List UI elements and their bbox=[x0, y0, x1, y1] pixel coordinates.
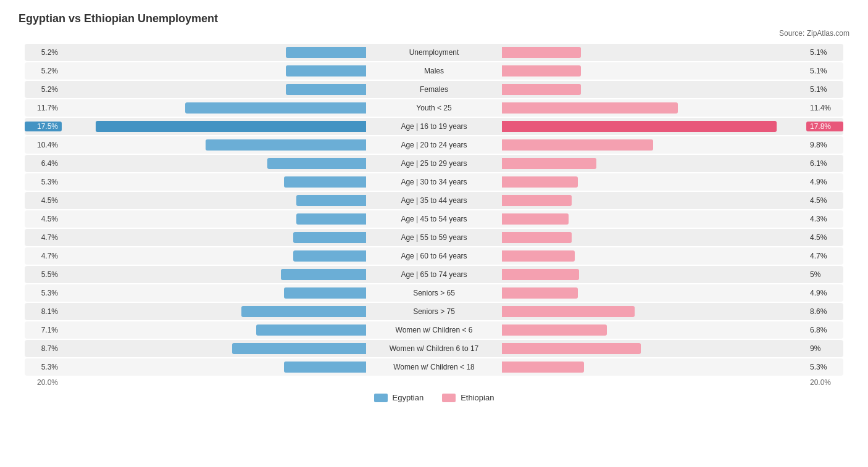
right-bar-container bbox=[502, 65, 806, 77]
legend-item-ethiopian: Ethiopian bbox=[442, 393, 494, 402]
bar-row: 10.4% Age | 20 to 24 years 9.8% bbox=[25, 136, 843, 154]
left-bar-container bbox=[62, 361, 366, 373]
left-bar-container bbox=[62, 324, 366, 336]
left-value: 4.5% bbox=[25, 215, 62, 223]
right-value: 11.4% bbox=[806, 104, 843, 112]
left-bar bbox=[286, 84, 366, 95]
legend-box-ethiopian bbox=[442, 394, 456, 402]
right-value: 5.1% bbox=[806, 67, 843, 75]
left-bar-container bbox=[62, 157, 366, 170]
left-bar bbox=[293, 250, 366, 262]
right-bar bbox=[502, 269, 579, 280]
axis-left-label: 20.0% bbox=[25, 378, 62, 387]
right-bar bbox=[502, 139, 653, 151]
left-bar-container bbox=[62, 176, 366, 188]
right-bar-container bbox=[502, 268, 806, 281]
left-value: 10.4% bbox=[25, 141, 62, 149]
right-bar-container bbox=[502, 120, 806, 133]
right-bar-container bbox=[502, 324, 806, 336]
legend: Egyptian Ethiopian bbox=[25, 393, 843, 402]
right-bar bbox=[502, 121, 777, 132]
bar-row: 5.2% Females 5.1% bbox=[25, 81, 843, 98]
chart-container: 5.2% Unemployment 5.1% 5.2% Males 5.1% 5… bbox=[19, 44, 849, 402]
right-bar-container bbox=[502, 305, 806, 318]
right-bar-container bbox=[502, 194, 806, 207]
right-bar bbox=[502, 65, 581, 76]
center-label: Age | 16 to 19 years bbox=[366, 122, 502, 131]
right-value: 5.1% bbox=[806, 85, 843, 94]
right-bar-container bbox=[502, 250, 806, 262]
left-bar bbox=[284, 176, 366, 188]
bar-row: 6.4% Age | 25 to 29 years 6.1% bbox=[25, 155, 843, 172]
left-bar-container bbox=[62, 46, 366, 59]
center-label: Age | 55 to 59 years bbox=[366, 233, 502, 242]
right-bar bbox=[502, 47, 581, 58]
center-label: Unemployment bbox=[366, 48, 502, 57]
bar-row: 8.7% Women w/ Children 6 to 17 9% bbox=[25, 340, 843, 357]
left-bar-container bbox=[62, 342, 366, 355]
left-bar-container bbox=[62, 194, 366, 207]
bar-row: 5.3% Women w/ Children < 18 5.3% bbox=[25, 358, 843, 376]
center-label: Age | 35 to 44 years bbox=[366, 196, 502, 205]
legend-box-egyptian bbox=[374, 394, 388, 402]
left-bar-container bbox=[62, 120, 366, 133]
right-bar bbox=[502, 195, 572, 206]
right-bar bbox=[502, 84, 581, 95]
left-bar-container bbox=[62, 268, 366, 281]
center-label: Age | 25 to 29 years bbox=[366, 159, 502, 168]
bars-container: 5.2% Unemployment 5.1% 5.2% Males 5.1% 5… bbox=[25, 44, 843, 376]
left-value: 8.1% bbox=[25, 307, 62, 316]
right-bar-container bbox=[502, 157, 806, 170]
right-value: 6.8% bbox=[806, 326, 843, 334]
right-bar-container bbox=[502, 83, 806, 96]
left-bar bbox=[296, 195, 366, 206]
legend-item-egyptian: Egyptian bbox=[374, 393, 424, 402]
left-bar-container bbox=[62, 305, 366, 318]
left-bar-container bbox=[62, 83, 366, 96]
bar-row: 4.7% Age | 60 to 64 years 4.7% bbox=[25, 247, 843, 265]
right-value: 5% bbox=[806, 270, 843, 279]
left-bar-container bbox=[62, 139, 366, 151]
right-value: 5.1% bbox=[806, 48, 843, 57]
center-label: Age | 20 to 24 years bbox=[366, 141, 502, 149]
left-bar bbox=[96, 121, 366, 132]
axis-right-label: 20.0% bbox=[806, 378, 843, 387]
legend-label-egyptian: Egyptian bbox=[393, 393, 424, 402]
left-value: 8.7% bbox=[25, 344, 62, 353]
left-bar bbox=[185, 102, 366, 114]
left-bar bbox=[284, 362, 366, 373]
right-value: 5.3% bbox=[806, 363, 843, 371]
axis-row: 20.0% 20.0% bbox=[25, 378, 843, 387]
center-label: Males bbox=[366, 67, 502, 75]
right-value: 17.8% bbox=[806, 122, 843, 131]
left-bar-container bbox=[62, 231, 366, 244]
left-bar bbox=[206, 139, 366, 151]
right-bar bbox=[502, 176, 578, 188]
bar-row: 5.3% Age | 30 to 34 years 4.9% bbox=[25, 173, 843, 191]
right-bar-container bbox=[502, 231, 806, 244]
right-value: 8.6% bbox=[806, 307, 843, 316]
bar-row: 4.5% Age | 45 to 54 years 4.3% bbox=[25, 210, 843, 228]
left-bar bbox=[296, 213, 366, 225]
legend-label-ethiopian: Ethiopian bbox=[461, 393, 494, 402]
right-bar bbox=[502, 102, 678, 114]
right-bar-container bbox=[502, 176, 806, 188]
bar-row: 8.1% Seniors > 75 8.6% bbox=[25, 303, 843, 320]
left-bar bbox=[281, 269, 366, 280]
left-bar-container bbox=[62, 250, 366, 262]
center-label: Women w/ Children < 18 bbox=[366, 363, 502, 371]
left-value: 5.5% bbox=[25, 270, 62, 279]
left-bar bbox=[267, 158, 366, 169]
left-bar bbox=[286, 47, 366, 58]
right-value: 4.5% bbox=[806, 196, 843, 205]
left-bar-container bbox=[62, 287, 366, 299]
bar-row: 17.5% Age | 16 to 19 years 17.8% bbox=[25, 118, 843, 135]
bar-row: 11.7% Youth < 25 11.4% bbox=[25, 99, 843, 117]
right-bar-container bbox=[502, 361, 806, 373]
center-label: Women w/ Children 6 to 17 bbox=[366, 344, 502, 353]
left-value: 5.3% bbox=[25, 289, 62, 297]
center-label: Age | 60 to 64 years bbox=[366, 252, 502, 260]
center-label: Seniors > 65 bbox=[366, 289, 502, 297]
right-value: 4.9% bbox=[806, 289, 843, 297]
left-value: 5.3% bbox=[25, 363, 62, 371]
